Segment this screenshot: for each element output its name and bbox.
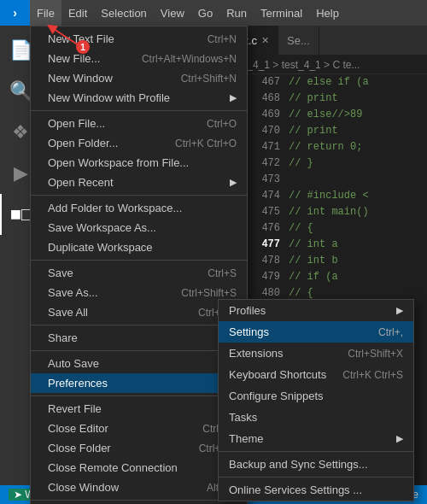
menu-open-folder[interactable]: Open Folder... Ctrl+K Ctrl+O xyxy=(31,133,247,153)
code-line-470: 470// print xyxy=(222,123,427,139)
submenu-tasks[interactable]: Tasks xyxy=(219,407,413,428)
menu-preferences[interactable]: Preferences ▶ xyxy=(31,373,247,393)
breadcrumb-text: test_4_1 > test_4_1 > C te... xyxy=(231,59,360,71)
menu-section-share: Share ▶ xyxy=(31,325,247,351)
menu-run[interactable]: Run xyxy=(219,0,254,26)
submenu-profiles[interactable]: Profiles ▶ xyxy=(219,300,413,321)
menu-terminal[interactable]: Terminal xyxy=(254,0,309,26)
code-line-476: 476// { xyxy=(222,220,427,237)
file-menu: New Text File Ctrl+N New File... Ctrl+Al… xyxy=(30,26,248,504)
menu-open-recent[interactable]: Open Recent ▶ xyxy=(31,173,247,192)
menu-save-all[interactable]: Save All Ctrl+K S xyxy=(31,302,247,322)
code-line-468: 468// print xyxy=(222,91,427,107)
menu-new-text-file[interactable]: New Text File Ctrl+N xyxy=(31,29,247,49)
menu-section-open: Open File... Ctrl+O Open Folder... Ctrl+… xyxy=(31,111,247,196)
submenu-backup-sync[interactable]: Backup and Sync Settings... xyxy=(219,454,413,475)
tab-se[interactable]: Se... xyxy=(278,26,319,55)
menu-help[interactable]: Help xyxy=(309,0,346,26)
menu-file[interactable]: File xyxy=(30,0,61,26)
menu-section-save: Save Ctrl+S Save As... Ctrl+Shift+S Save… xyxy=(31,261,247,325)
menu-new-window-profile[interactable]: New Window with Profile ▶ xyxy=(31,88,247,108)
menu-add-folder[interactable]: Add Folder to Workspace... xyxy=(31,198,247,218)
code-line-477: 477// int a xyxy=(222,237,427,253)
menu-edit[interactable]: Edit xyxy=(61,0,94,26)
code-line-469: 469// else//>89 xyxy=(222,107,427,123)
submenu-theme[interactable]: Theme ▶ xyxy=(219,428,413,449)
submenu-sep-1 xyxy=(219,451,413,452)
code-line-472: 472// } xyxy=(222,155,427,172)
menu-duplicate-workspace[interactable]: Duplicate Workspace xyxy=(31,237,247,257)
code-line-474: 474// #include < xyxy=(222,188,427,204)
top-bar: › File Edit Selection View Go Run Termin… xyxy=(0,0,427,26)
app-icon: › xyxy=(13,6,17,20)
code-line-467: 467// else if (a xyxy=(222,74,427,91)
menu-view[interactable]: View xyxy=(154,0,191,26)
menu-section-new: New Text File Ctrl+N New File... Ctrl+Al… xyxy=(31,26,247,111)
submenu-configure-snippets[interactable]: Configure Snippets xyxy=(219,385,413,407)
close-tab-icon[interactable]: ✕ xyxy=(261,35,269,46)
code-line-475: 475// int main() xyxy=(222,204,427,220)
menu-section-autosave: Auto Save Preferences ▶ xyxy=(31,351,247,396)
code-line-478: 478// int b xyxy=(222,253,427,269)
menu-bar: File Edit Selection View Go Run Terminal… xyxy=(0,0,346,26)
menu-close-window[interactable]: Close Window Alt+F4 xyxy=(31,478,247,497)
submenu-keyboard-shortcuts[interactable]: Keyboard Shortcuts Ctrl+K Ctrl+S xyxy=(219,364,413,385)
preferences-submenu: Profiles ▶ Settings Ctrl+, Extensions Ct… xyxy=(218,299,414,501)
code-line-471: 471// return 0; xyxy=(222,139,427,155)
menu-save[interactable]: Save Ctrl+S xyxy=(31,263,247,283)
code-line-479: 479// if (a xyxy=(222,269,427,285)
menu-section-exit: Exit xyxy=(31,501,247,504)
menu-section-close: Revert File Close Editor Ctrl+F4 Close F… xyxy=(31,396,247,501)
menu-close-editor[interactable]: Close Editor Ctrl+F4 xyxy=(31,419,247,438)
submenu-sep-2 xyxy=(219,477,413,478)
menu-open-workspace[interactable]: Open Workspace from File... xyxy=(31,153,247,173)
submenu-extensions[interactable]: Extensions Ctrl+Shift+X xyxy=(219,343,413,364)
menu-share[interactable]: Share ▶ xyxy=(31,328,247,348)
menu-auto-save[interactable]: Auto Save xyxy=(31,354,247,373)
submenu-settings[interactable]: Settings Ctrl+, xyxy=(219,321,413,343)
menu-save-as[interactable]: Save As... Ctrl+Shift+S xyxy=(31,283,247,302)
menu-close-remote[interactable]: Close Remote Connection xyxy=(31,458,247,478)
menu-go[interactable]: Go xyxy=(191,0,219,26)
menu-selection[interactable]: Selection xyxy=(94,0,153,26)
menu-save-workspace[interactable]: Save Workspace As... xyxy=(31,218,247,237)
menu-close-folder[interactable]: Close Folder Ctrl+K F xyxy=(31,438,247,458)
menu-section-workspace: Add Folder to Workspace... Save Workspac… xyxy=(31,196,247,261)
menu-new-file[interactable]: New File... Ctrl+Alt+Windows+N xyxy=(31,49,247,68)
breadcrumb: test_4_1 > test_4_1 > C te... xyxy=(222,56,427,74)
code-line-473: 473 xyxy=(222,172,427,188)
menu-new-window[interactable]: New Window Ctrl+Shift+N xyxy=(31,68,247,88)
menu-open-file[interactable]: Open File... Ctrl+O xyxy=(31,114,247,133)
menu-revert-file[interactable]: Revert File xyxy=(31,399,247,419)
tab-label-se: Se... xyxy=(287,34,310,47)
submenu-online-services[interactable]: Online Services Settings ... xyxy=(219,479,413,501)
editor-tabs: test.c ✕ Se... xyxy=(222,26,427,56)
